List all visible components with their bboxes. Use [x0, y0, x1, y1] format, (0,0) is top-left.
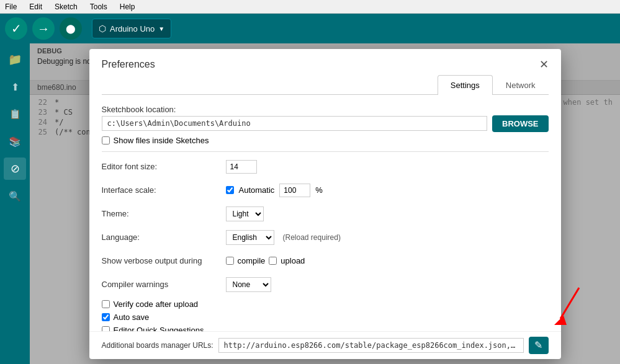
additional-boards-label: Additional boards manager URLs: — [102, 341, 213, 350]
theme-row: Theme: Light Dark — [102, 205, 549, 223]
additional-boards-url[interactable]: http://arduino.esp8266.com/stable/packag… — [218, 338, 524, 353]
dialog-body: Sketchbook location: c:\Users\Admin\Docu… — [89, 95, 561, 331]
compile-label: compile — [238, 256, 266, 265]
verify-row: Verify code after upload — [102, 300, 549, 309]
menu-file[interactable]: File — [2, 1, 19, 12]
sidebar-icon-upload[interactable]: ⬆ — [4, 76, 26, 98]
board-name: Arduino Uno — [110, 24, 155, 33]
compiler-warnings-label: Compiler warnings — [102, 280, 226, 289]
automatic-checkbox[interactable] — [226, 186, 234, 194]
autosave-row: Auto save — [102, 313, 549, 322]
show-files-label: Show files inside Sketches — [114, 136, 209, 145]
upload-button[interactable]: → — [32, 17, 55, 40]
red-arrow — [548, 282, 585, 333]
language-row: Language: English Spanish French (Reload… — [102, 229, 549, 246]
sketchbook-path[interactable]: c:\Users\Admin\Documents\Arduino — [102, 116, 488, 131]
editor-font-label: Editor font size: — [102, 162, 226, 171]
menu-tools[interactable]: Tools — [88, 1, 110, 12]
tab-settings[interactable]: Settings — [438, 75, 493, 95]
sidebar-icon-search[interactable]: 🔍 — [4, 185, 26, 207]
compiler-warnings-select[interactable]: None Default More All — [226, 277, 271, 292]
menu-bar: File Edit Sketch Tools Help — [0, 0, 620, 14]
preferences-dialog: Preferences ✕ Settings Network Sketchboo… — [89, 49, 561, 359]
automatic-label: Automatic — [239, 185, 275, 195]
sketchbook-label: Sketchbook location: — [102, 105, 226, 114]
language-label: Language: — [102, 233, 226, 242]
tab-network[interactable]: Network — [493, 75, 549, 95]
show-files-checkbox[interactable] — [102, 136, 110, 144]
verbose-label: Show verbose output during — [102, 256, 226, 265]
content-area: DEBUG Debugging is not supported by 'Ard… — [30, 43, 620, 364]
dialog-footer: Additional boards manager URLs: http://a… — [89, 331, 561, 359]
show-files-row: Show files inside Sketches — [102, 136, 549, 145]
menu-help[interactable]: Help — [117, 1, 138, 12]
verify-checkbox[interactable] — [102, 300, 110, 308]
compiler-warnings-row: Compiler warnings None Default More All — [102, 276, 549, 293]
divider-1 — [102, 151, 549, 152]
reload-note: (Reload required) — [283, 233, 341, 242]
sidebar-icon-folder[interactable]: 📁 — [4, 48, 26, 71]
sidebar-icon-debug[interactable]: ⊘ — [4, 158, 26, 180]
sidebar-icon-serial[interactable]: 📋 — [4, 103, 26, 125]
modal-overlay: Preferences ✕ Settings Network Sketchboo… — [30, 43, 620, 364]
sidebar-icon-library[interactable]: 📚 — [4, 130, 26, 153]
editor-font-row: Editor font size: — [102, 158, 549, 175]
debug-button[interactable]: ⬤ — [60, 17, 82, 40]
quick-suggestions-checkbox[interactable] — [102, 326, 110, 331]
scale-input[interactable] — [279, 184, 310, 197]
menu-edit[interactable]: Edit — [27, 1, 45, 12]
upload-label: upload — [281, 256, 305, 265]
sketchbook-row: Sketchbook location: c:\Users\Admin\Docu… — [102, 105, 549, 132]
interface-scale-row: Interface scale: Automatic % — [102, 182, 549, 199]
sidebar: 📁 ⬆ 📋 📚 ⊘ 🔍 — [0, 43, 30, 364]
theme-select[interactable]: Light Dark — [226, 206, 264, 221]
board-dropdown-arrow: ▼ — [158, 25, 164, 32]
dialog-header: Preferences ✕ — [89, 49, 561, 70]
editor-font-input[interactable] — [226, 160, 257, 174]
dialog-close-button[interactable]: ✕ — [539, 59, 549, 70]
browse-button[interactable]: BROWSE — [492, 115, 549, 132]
theme-label: Theme: — [102, 209, 226, 218]
verify-button[interactable]: ✓ — [5, 17, 27, 40]
interface-scale-label: Interface scale: — [102, 185, 226, 195]
main-area: 📁 ⬆ 📋 📚 ⊘ 🔍 DEBUG Debugging is not suppo… — [0, 43, 620, 364]
scale-unit: % — [315, 185, 323, 195]
board-selector[interactable]: ⬡ Arduino Uno ▼ — [92, 19, 171, 38]
verbose-row: Show verbose output during compile uploa… — [102, 252, 549, 270]
quick-suggestions-row: Editor Quick Suggestions — [102, 326, 549, 331]
autosave-checkbox[interactable] — [102, 313, 110, 321]
dialog-tabs: Settings Network — [102, 75, 549, 95]
quick-suggestions-label: Editor Quick Suggestions — [114, 326, 204, 331]
svg-line-0 — [560, 288, 579, 319]
language-select[interactable]: English Spanish French — [226, 230, 274, 245]
compile-checkbox[interactable] — [226, 257, 234, 265]
autosave-label: Auto save — [114, 313, 150, 322]
edit-icon: ✎ — [534, 339, 542, 351]
menu-sketch[interactable]: Sketch — [52, 1, 80, 12]
url-edit-button[interactable]: ✎ — [529, 337, 549, 354]
toolbar: ✓ → ⬤ ⬡ Arduino Uno ▼ — [0, 14, 620, 43]
upload-checkbox[interactable] — [269, 257, 277, 265]
verify-label: Verify code after upload — [114, 300, 199, 309]
dialog-title: Preferences — [102, 59, 155, 70]
